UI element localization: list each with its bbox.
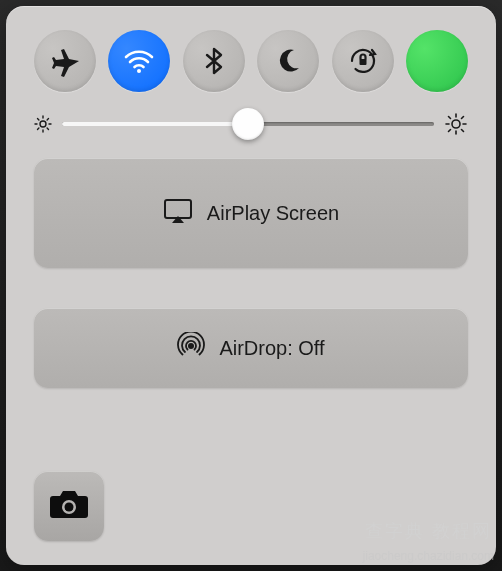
toggle-row	[34, 30, 468, 92]
svg-point-0	[137, 69, 141, 73]
airplane-mode-toggle[interactable]	[34, 30, 96, 92]
svg-point-5	[188, 343, 194, 349]
svg-point-7	[65, 503, 74, 512]
airplay-icon	[163, 198, 193, 228]
control-center-panel: AirPlay Screen AirDrop: Off	[6, 6, 496, 565]
orientation-lock-toggle[interactable]	[332, 30, 394, 92]
lock-rotate-icon	[346, 44, 380, 78]
bluetooth-toggle[interactable]	[183, 30, 245, 92]
brightness-low-icon	[34, 115, 52, 133]
svg-point-2	[40, 121, 46, 127]
airdrop-icon	[177, 332, 205, 364]
camera-button[interactable]	[34, 471, 104, 541]
wifi-icon	[121, 43, 157, 79]
wifi-toggle[interactable]	[108, 30, 170, 92]
bluetooth-icon	[199, 46, 229, 76]
camera-icon	[49, 488, 89, 524]
brightness-high-icon	[444, 112, 468, 136]
svg-point-3	[452, 120, 460, 128]
airdrop-button[interactable]: AirDrop: Off	[34, 308, 468, 388]
airplay-label: AirPlay Screen	[207, 202, 339, 225]
do-not-disturb-toggle[interactable]	[257, 30, 319, 92]
airplay-button[interactable]: AirPlay Screen	[34, 158, 468, 268]
moon-icon	[273, 46, 303, 76]
brightness-slider-thumb[interactable]	[232, 108, 264, 140]
svg-rect-4	[165, 200, 191, 218]
brightness-slider[interactable]	[62, 122, 434, 126]
airplane-icon	[49, 45, 81, 77]
airdrop-label: AirDrop: Off	[219, 337, 324, 360]
brightness-slider-row	[34, 112, 468, 136]
extra-toggle[interactable]	[406, 30, 468, 92]
brightness-slider-fill	[62, 122, 248, 126]
